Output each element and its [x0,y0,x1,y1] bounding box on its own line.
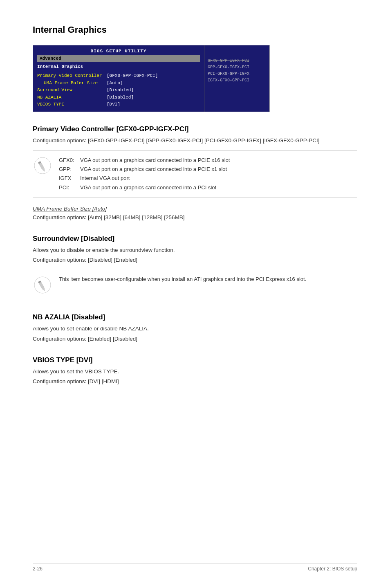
primary-video-info-content: GFX0:VGA out port on a graphics card con… [59,156,230,192]
surroundview-text2: Configuration options: [Disabled] [Enabl… [33,256,357,264]
info-row: IGFXInternal VGA out port [59,174,230,183]
info-val: VGA out port on a graphics card connecte… [80,183,216,192]
surroundview-note-text: This item becomes user-configurable when… [59,275,306,283]
info-key: GFX0: [59,156,76,165]
info-val: Internal VGA out port [80,174,130,183]
bios-value-item: [Disabled] [107,87,158,94]
bios-sidebar-option: PCI-GFX0-GPP-IGFX [208,71,266,77]
nb-azalia-text2: Configuration options: [Enabled] [Disabl… [33,335,357,343]
nb-azalia-text1: Allows you to set enable or disable NB A… [33,325,357,333]
bios-menu-bar: Advanced [37,55,200,62]
primary-video-heading: Primary Video Controller [GFX0-GPP-IGFX-… [33,125,357,133]
vbios-heading: VBIOS TYPE [DVI] [33,356,357,364]
bios-screenshot: BIOS SETUP UTILITY Advanced Internal Gra… [33,45,270,112]
note-icon-1 [33,156,52,175]
uma-title: UMA Frame Buffer Size [Auto] [33,206,357,212]
bios-label-item: Surround View [37,87,107,94]
primary-video-config: Configuration options: [GFX0-GPP-IGFX-PC… [33,137,357,145]
bios-value-item: [Auto] [107,80,158,87]
surroundview-note-box: This item becomes user-configurable when… [33,270,357,300]
note-icon-2 [33,275,52,295]
bios-label-item: NB AZALIA [37,94,107,101]
info-row: GFX0:VGA out port on a graphics card con… [59,156,230,165]
info-row: GPP:VGA out port on a graphics card conn… [59,165,230,174]
surroundview-heading: Surroundview [Disabled] [33,235,357,243]
bios-label-item: Primary Video Controller [37,72,107,80]
bios-label-item: UMA Frame Bufer Size [37,80,107,87]
nb-azalia-heading: NB AZALIA [Disabled] [33,313,357,321]
footer-left: 2-26 [33,566,43,572]
bios-value-item: [GFX0-GPP-IGFX-PCI] [107,72,158,80]
bios-section-title: Internal Graphics [37,64,200,69]
bios-sidebar-option: IGFX-GFX0-GPP-PCI [208,77,266,84]
bios-value-item: [Disabled] [107,94,158,101]
bios-value-item: [DVI] [107,101,158,108]
vbios-text2: Configuration options: [DVI] [HDMI] [33,377,357,386]
bios-sidebar: GFX0-GPP-IGFX-PCIGPP-GFX0-IGFX-PCIPCI-GF… [204,45,269,112]
info-row: PCI:VGA out port on a graphics card conn… [59,183,230,192]
surroundview-text1: Allows you to disable or enable the surr… [33,246,357,254]
info-key: IGFX [59,174,76,183]
info-val: VGA out port on a graphics card connecte… [80,165,227,174]
primary-video-info-table: GFX0:VGA out port on a graphics card con… [33,150,357,197]
bios-title-bar: BIOS SETUP UTILITY [37,49,200,54]
bios-sidebar-option: GPP-GFX0-IGFX-PCI [208,64,266,71]
uma-section: UMA Frame Buffer Size [Auto] Configurati… [33,206,357,222]
bios-labels: Primary Video ControllerUMA Frame Bufer … [37,72,107,108]
info-val: VGA out port on a graphics card connecte… [80,156,230,165]
bios-values: [GFX0-GPP-IGFX-PCI][Auto][Disabled][Disa… [107,72,158,108]
footer-right: Chapter 2: BIOS setup [308,566,357,572]
bios-sidebar-option: GFX0-GPP-IGFX-PCI [208,58,266,64]
page-title: Internal Graphics [33,25,357,35]
uma-config: Configuration options: [Auto] [32MB] [64… [33,213,357,222]
info-key: GPP: [59,165,76,174]
info-key: PCI: [59,183,76,192]
vbios-text1: Allows you to set the VBIOS TYPE. [33,368,357,376]
footer: 2-26 Chapter 2: BIOS setup [33,563,357,572]
bios-label-item: VBIOS TYPE [37,101,107,108]
